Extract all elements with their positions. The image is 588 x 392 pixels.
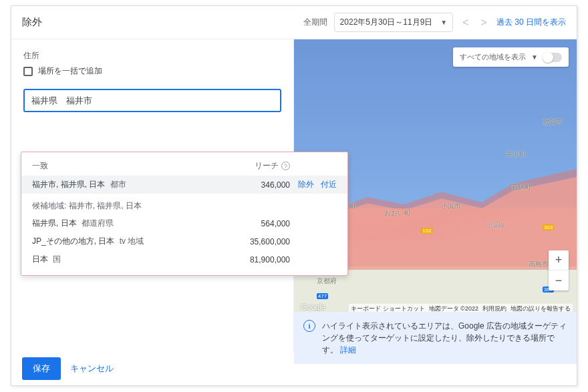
prev-period-button[interactable]: <	[460, 17, 471, 29]
suggestions-dropdown: 一致 リーチ ? 福井市, 福井県, 日本 都市 346,000 除外 付近	[21, 152, 348, 276]
suggestion-reach: 346,000	[230, 180, 290, 190]
zoom-in-button[interactable]: +	[549, 250, 569, 270]
info-text: ハイライト表示されているエリアは、Google 広告の地域ターゲティングを使って…	[322, 320, 567, 356]
suggestion-name: 福井県, 日本 都道府県	[32, 218, 230, 229]
suggestion-reach: 81,900,000	[230, 255, 290, 264]
show-all-regions-label: すべての地域を表示	[460, 52, 526, 62]
map-place-label: 敦賀市	[543, 118, 563, 127]
show-past-days-link[interactable]: 過去 30 日間を表示	[496, 17, 566, 28]
suggestion-reach: 35,600,000	[230, 237, 290, 246]
next-period-button[interactable]: >	[478, 17, 490, 29]
help-icon[interactable]: ?	[281, 162, 290, 170]
show-all-regions-toggle[interactable]	[543, 53, 562, 62]
map-route-badge: 477	[317, 293, 328, 299]
period-label: 全期間	[303, 17, 327, 28]
map-route-badge: 303	[543, 224, 554, 230]
address-label: 住所	[23, 50, 281, 61]
exclude-button[interactable]: 除外	[298, 179, 314, 190]
suggestion-name: 日本 国	[32, 254, 230, 265]
chevron-down-icon: ▼	[440, 19, 447, 26]
save-button[interactable]: 保存	[22, 357, 61, 380]
map-place-label: 京都府	[317, 276, 337, 286]
reach-column-label: リーチ	[255, 160, 279, 172]
date-range-dropdown[interactable]: 2022年5月30日～11月9日 ▼	[334, 13, 454, 32]
date-range-value: 2022年5月30日～11月9日	[340, 17, 433, 28]
google-logo: Google	[301, 303, 325, 312]
info-details-link[interactable]: 詳細	[340, 345, 356, 355]
suggestion-row[interactable]: 福井市, 福井県, 日本 都市 346,000 除外 付近	[21, 176, 347, 194]
location-search-input[interactable]	[23, 89, 281, 112]
suggestion-row[interactable]: 日本 国 81,900,000	[21, 250, 347, 268]
bulk-add-checkbox[interactable]	[23, 67, 33, 76]
map-route-label: 小浜線	[486, 221, 504, 230]
suggestion-row[interactable]: JP_その他の地方, 日本 tv 地域 35,600,000	[21, 232, 347, 250]
cancel-button[interactable]: キャンセル	[70, 363, 114, 375]
map-place-label: 若狭町	[511, 182, 531, 192]
map-place-label: 美浜町	[506, 150, 526, 159]
info-icon: i	[303, 320, 315, 332]
suggestion-name: JP_その他の地方, 日本 tv 地域	[32, 236, 230, 247]
suggestion-row[interactable]: 福井県, 日本 都道府県 564,000	[21, 214, 347, 232]
match-column-label: 一致	[32, 160, 48, 172]
bulk-add-label: 場所を一括で追加	[38, 65, 102, 77]
map-route-badge: 162	[421, 228, 432, 234]
nearby-button[interactable]: 付近	[321, 179, 337, 190]
map-place-label: 高島市	[529, 260, 549, 269]
zoom-out-button[interactable]: −	[549, 270, 569, 290]
suggestion-reach: 564,000	[230, 219, 290, 228]
chevron-down-icon: ▼	[531, 53, 538, 61]
map-place-label: おおい町	[384, 208, 411, 218]
candidate-regions-label: 候補地域: 福井市, 福井県, 日本	[21, 194, 347, 214]
map-place-label: 小浜市	[441, 202, 461, 211]
suggestion-name: 福井市, 福井県, 日本 都市	[32, 179, 230, 190]
page-title: 除外	[22, 16, 42, 29]
